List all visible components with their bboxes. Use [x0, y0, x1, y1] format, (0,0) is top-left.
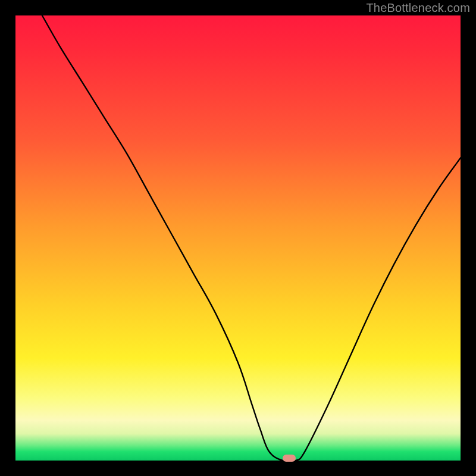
bottleneck-curve [15, 15, 461, 461]
optimal-marker [283, 455, 296, 462]
plot-area [15, 15, 461, 461]
chart-frame: TheBottleneck.com [0, 0, 476, 476]
watermark-label: TheBottleneck.com [366, 1, 470, 15]
